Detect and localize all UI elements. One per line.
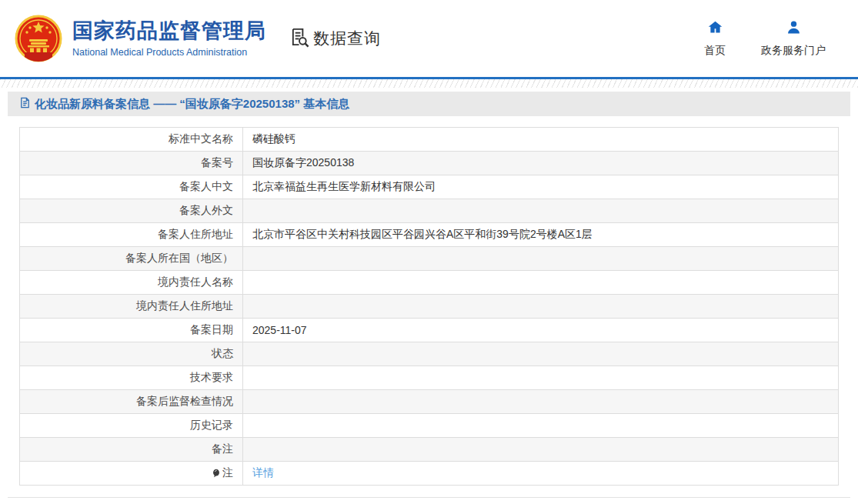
row-label: 境内责任人名称: [20, 271, 243, 295]
page-title: 化妆品新原料备案信息 —— “国妆原备字20250138” 基本信息: [35, 97, 349, 112]
row-label: 备案人所在国（地区）: [20, 247, 243, 271]
row-label-text: 备案日期: [190, 323, 233, 335]
row-label-text: 备案人住所地址: [158, 228, 233, 240]
row-label-text: 技术要求: [190, 371, 233, 383]
row-value: [243, 271, 839, 295]
row-label-text: 备案人中文: [179, 180, 233, 192]
row-label: 境内责任人住所地址: [20, 295, 243, 319]
row-label-text: 备注: [212, 442, 233, 455]
row-label-text: 备案人所在国（地区）: [125, 252, 233, 264]
table-row: 备案人外文: [20, 199, 839, 223]
table-row: 技术要求: [20, 366, 839, 390]
table-row: 备案后监督检查情况: [20, 390, 839, 414]
row-label: 备注: [20, 438, 243, 462]
row-value: 北京幸福益生再生医学新材料有限公司: [243, 175, 839, 199]
nav-portal[interactable]: 政务服务门户: [761, 19, 826, 58]
row-label: 备案日期: [20, 319, 243, 342]
row-label-text: 备案人外文: [179, 204, 233, 216]
row-label-text: 境内责任人住所地址: [136, 299, 233, 312]
table-row: 备案人中文北京幸福益生再生医学新材料有限公司: [20, 175, 839, 199]
registration-info-table: 标准中文名称磷硅酸钙备案号国妆原备字20250138备案人中文北京幸福益生再生医…: [19, 127, 839, 486]
row-value: [243, 295, 839, 319]
org-name-en: National Medical Products Administration: [72, 47, 266, 58]
data-query-section[interactable]: 数据查询: [289, 27, 381, 51]
row-label-text: 历史记录: [190, 419, 233, 431]
row-label-text: 备案后监督检查情况: [136, 395, 233, 407]
table-row: 备案人所在国（地区）: [20, 247, 839, 271]
row-value: [243, 199, 839, 223]
row-value: 2025-11-07: [243, 319, 839, 342]
nav-portal-label: 政务服务门户: [761, 44, 826, 58]
row-value: 北京市平谷区中关村科技园区平谷园兴谷A区平和街39号院2号楼A区1层: [243, 223, 839, 247]
nav-home[interactable]: 首页: [704, 19, 726, 58]
row-label-text: 注: [222, 466, 233, 479]
row-label-text: 标准中文名称: [169, 132, 233, 145]
row-label: 备案人外文: [20, 199, 243, 223]
data-query-label: 数据查询: [313, 28, 381, 49]
row-value: [243, 390, 839, 414]
table-row: 注详情: [20, 462, 839, 486]
table-row: 备案号国妆原备字20250138: [20, 152, 839, 175]
row-label: 标准中文名称: [20, 128, 243, 152]
user-icon: [786, 19, 802, 38]
org-name-zh: 国家药品监督管理局: [72, 19, 266, 43]
page-title-icon: [19, 97, 31, 112]
content-panel: 化妆品新原料备案信息 —— “国妆原备字20250138” 基本信息 标准中文名…: [8, 92, 850, 498]
hatch-texture-band: [0, 79, 858, 88]
row-value: [243, 247, 839, 271]
table-row: 状态: [20, 342, 839, 366]
row-label-text: 备案号: [201, 156, 233, 169]
row-value: 磷硅酸钙: [243, 128, 839, 152]
row-label: 备案人中文: [20, 175, 243, 199]
table-row: 标准中文名称磷硅酸钙: [20, 128, 839, 152]
document-search-icon: [289, 27, 310, 51]
row-label: 历史记录: [20, 414, 243, 438]
row-label: 注: [20, 462, 243, 486]
page-titlebar: 化妆品新原料备案信息 —— “国妆原备字20250138” 基本信息: [8, 92, 850, 116]
row-value: 国妆原备字20250138: [243, 152, 839, 175]
brand-block: 国家药品监督管理局 National Medical Products Admi…: [72, 19, 266, 57]
table-row: 备注: [20, 438, 839, 462]
row-value: [243, 414, 839, 438]
home-icon: [707, 19, 723, 38]
table-row: 历史记录: [20, 414, 839, 438]
nav-home-label: 首页: [704, 44, 726, 58]
row-label-text: 状态: [212, 347, 233, 359]
note-bulb-icon: [212, 468, 221, 480]
details-link[interactable]: 详情: [252, 466, 274, 479]
row-value: [243, 438, 839, 462]
national-emblem-logo: [14, 14, 63, 63]
row-value: 详情: [243, 462, 839, 486]
row-label: 备案后监督检查情况: [20, 390, 243, 414]
row-value: [243, 366, 839, 390]
table-row: 境内责任人住所地址: [20, 295, 839, 319]
row-label-text: 境内责任人名称: [158, 275, 233, 288]
row-label: 备案人住所地址: [20, 223, 243, 247]
row-value: [243, 342, 839, 366]
table-row: 备案日期2025-11-07: [20, 319, 839, 342]
row-label: 状态: [20, 342, 243, 366]
table-row: 备案人住所地址北京市平谷区中关村科技园区平谷园兴谷A区平和街39号院2号楼A区1…: [20, 223, 839, 247]
row-label: 技术要求: [20, 366, 243, 390]
table-row: 境内责任人名称: [20, 271, 839, 295]
site-header: 国家药品监督管理局 National Medical Products Admi…: [0, 0, 858, 77]
row-label: 备案号: [20, 152, 243, 175]
